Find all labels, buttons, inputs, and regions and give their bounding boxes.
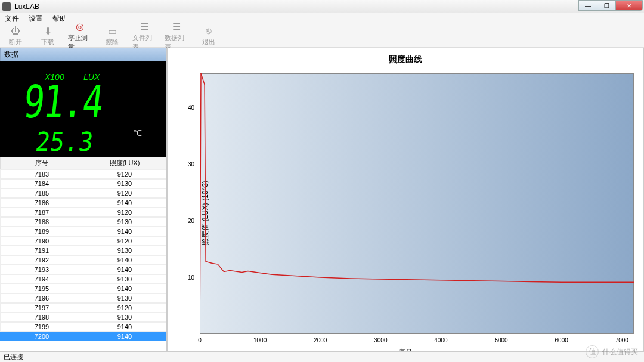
x-tick: 4000 — [434, 337, 447, 344]
menu-help[interactable]: 帮助 — [52, 14, 67, 24]
col-seq[interactable]: 序号 — [1, 157, 83, 169]
filelist-icon: ☰ — [138, 20, 151, 33]
lcd-display: X100 LUX 91.4 25.3 ℃ — [0, 61, 166, 157]
table-row[interactable]: 71979120 — [0, 303, 166, 313]
table-row[interactable]: 71879120 — [0, 208, 166, 217]
table-row[interactable]: 71919130 — [0, 246, 166, 255]
table-row[interactable]: 71909120 — [0, 236, 166, 246]
chart-area[interactable]: 照度值 (LUX) (10^3) 序号 10203040010002000300… — [171, 67, 640, 358]
app-icon — [2, 2, 11, 11]
watermark-text: 什么值得买 — [602, 347, 638, 357]
table-row[interactable]: 72009140 — [0, 332, 166, 341]
datalist-icon: ☰ — [170, 20, 183, 33]
download-icon: ⬇ — [41, 24, 54, 38]
table-row[interactable]: 71949130 — [0, 274, 166, 284]
lcd-main-value: 91.4 — [21, 76, 105, 128]
x-tick: 7000 — [615, 337, 628, 344]
statusbar: 已连接 — [0, 351, 644, 362]
window-title: LuxLAB — [14, 2, 642, 11]
table-row[interactable]: 71869140 — [0, 198, 166, 208]
toolbar-datalist[interactable]: ☰数据列表 — [165, 20, 188, 51]
table-row[interactable]: 71839120 — [0, 169, 166, 179]
x-tick: 1000 — [253, 337, 267, 344]
eraser-icon: ▭ — [106, 24, 119, 38]
chart-line — [200, 73, 634, 334]
table-row[interactable]: 71899140 — [0, 227, 166, 236]
data-panel-header: 数据 — [0, 48, 166, 61]
table-row[interactable]: 71969130 — [0, 293, 166, 303]
x-tick: 5000 — [494, 337, 507, 344]
chart-panel: 照度曲线 照度值 (LUX) (10^3) 序号 102030400100020… — [167, 48, 644, 362]
menubar: 文件 设置 帮助 — [0, 13, 644, 24]
toolbar-disconnect[interactable]: ⏻断开 — [4, 24, 27, 47]
exit-icon: ⎋ — [202, 24, 215, 38]
table-row[interactable]: 71929140 — [0, 255, 166, 265]
table-row[interactable]: 71889130 — [0, 217, 166, 227]
x-tick: 2000 — [314, 337, 327, 344]
lcd-temp-value: 25.3 — [34, 127, 95, 157]
status-text: 已连接 — [4, 353, 23, 360]
y-tick: 10 — [188, 274, 194, 281]
x-tick: 6000 — [555, 337, 568, 344]
toolbar-download[interactable]: ⬇下载 — [36, 24, 60, 47]
menu-settings[interactable]: 设置 — [29, 14, 43, 24]
maximize-button[interactable]: ❐ — [597, 0, 616, 11]
toolbar-stop[interactable]: ◎亭止测量 — [68, 20, 92, 51]
y-tick: 20 — [188, 218, 194, 224]
table-body[interactable]: 7183912071849130718591207186914071879120… — [0, 169, 166, 341]
data-table: 序号 照度(LUX) 71839120718491307185912071869… — [0, 157, 166, 362]
titlebar: LuxLAB — ❐ ✕ — [0, 0, 644, 13]
toolbar-clear[interactable]: ▭擦除 — [100, 24, 124, 47]
table-row[interactable]: 71959140 — [0, 284, 166, 293]
minimize-button[interactable]: — — [578, 0, 597, 11]
table-row[interactable]: 71999140 — [0, 322, 166, 332]
plug-icon: ⏻ — [9, 24, 22, 38]
toolbar: ⏻断开 ⬇下载 ◎亭止测量 ▭擦除 ☰文件列表 ☰数据列表 ⎋退出 — [0, 24, 644, 48]
table-row[interactable]: 71989130 — [0, 313, 166, 322]
lcd-temp-unit: ℃ — [133, 128, 143, 138]
y-tick: 30 — [188, 161, 194, 168]
x-tick: 0 — [198, 337, 202, 344]
table-row[interactable]: 71849130 — [0, 179, 166, 188]
close-button[interactable]: ✕ — [615, 0, 643, 11]
toolbar-exit[interactable]: ⎋退出 — [197, 24, 221, 47]
col-lux[interactable]: 照度(LUX) — [83, 157, 166, 169]
left-panel: 数据 X100 LUX 91.4 25.3 ℃ 序号 照度(LUX) 71839… — [0, 48, 167, 362]
watermark: 值 什么值得买 — [586, 345, 638, 358]
table-row[interactable]: 71859120 — [0, 188, 166, 198]
chart-title: 照度曲线 — [171, 52, 640, 67]
x-tick: 3000 — [374, 337, 387, 344]
toolbar-filelist[interactable]: ☰文件列表 — [132, 20, 156, 51]
table-row[interactable]: 71939140 — [0, 265, 166, 274]
lifebuoy-icon: ◎ — [73, 20, 86, 33]
menu-file[interactable]: 文件 — [5, 14, 19, 24]
y-tick: 40 — [188, 104, 194, 111]
watermark-icon: 值 — [586, 345, 599, 358]
